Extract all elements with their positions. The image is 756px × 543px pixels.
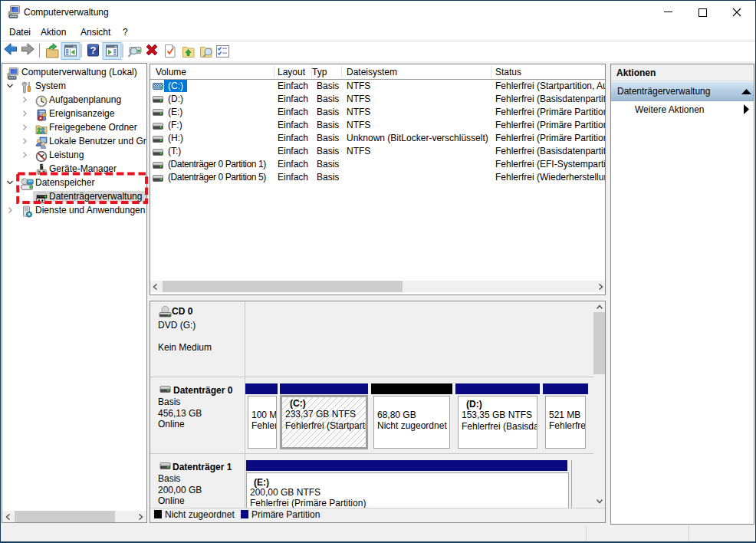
svg-text:?: ?: [90, 44, 97, 56]
